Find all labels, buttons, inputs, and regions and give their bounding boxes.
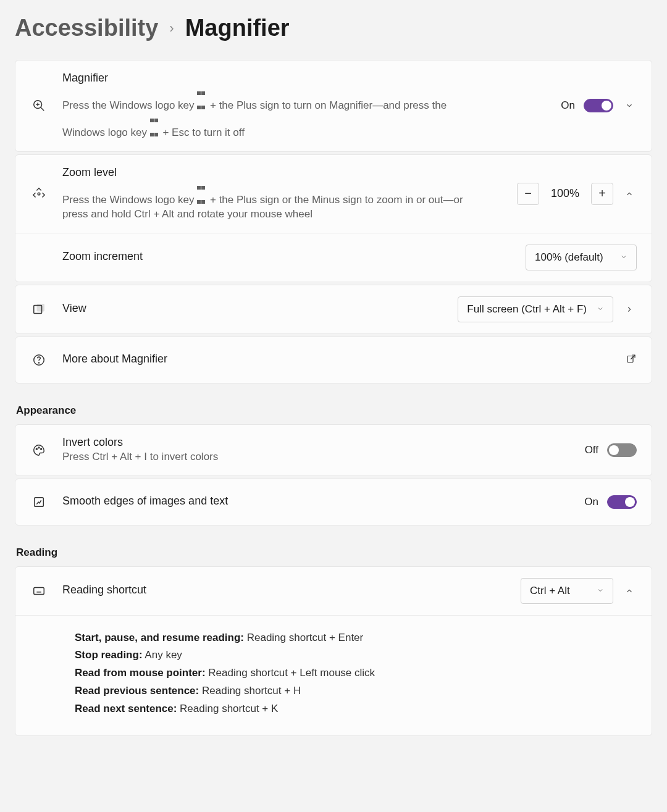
collapse-chevron[interactable] — [622, 584, 637, 598]
view-dropdown[interactable]: Full screen (Ctrl + Alt + F) — [458, 296, 613, 322]
magnifier-toggle[interactable] — [584, 99, 613, 112]
chevron-down-icon — [597, 585, 604, 597]
zoom-increment-value: 100% (default) — [535, 251, 603, 264]
smooth-state: On — [584, 496, 598, 508]
magnifier-icon — [30, 99, 48, 112]
chevron-down-icon — [620, 251, 627, 264]
reading-shortcut-dropdown[interactable]: Ctrl + Alt — [521, 578, 613, 604]
reading-shortcut-title: Reading shortcut — [62, 584, 506, 596]
keyboard-icon — [30, 584, 48, 598]
shortcut-start-label: Start, pause, and resume reading: — [75, 632, 244, 643]
appearance-section-title: Appearance — [16, 404, 652, 417]
chevron-right-icon: › — [169, 20, 174, 36]
more-row[interactable]: More about Magnifier — [15, 337, 652, 383]
magnifier-desc: Press the Windows logo key + the Plus si… — [62, 86, 482, 140]
windows-key-icon — [197, 86, 207, 96]
external-link-icon — [626, 353, 637, 366]
svg-point-11 — [38, 446, 40, 448]
shortcut-next-label: Read next sentence: — [75, 703, 177, 714]
windows-key-icon — [150, 113, 160, 123]
magnifier-card: Magnifier Press the Windows logo key + t… — [15, 60, 652, 152]
zoom-increment-title: Zoom increment — [62, 250, 511, 263]
invert-toggle[interactable] — [607, 443, 637, 457]
more-title: More about Magnifier — [62, 353, 611, 366]
invert-title: Invert colors — [62, 436, 570, 449]
shortcut-list: Start, pause, and resume reading: Readin… — [15, 615, 652, 735]
zoom-increase-button[interactable]: + — [591, 183, 613, 205]
zoom-increment-row: Zoom increment 100% (default) — [15, 233, 652, 282]
view-value: Full screen (Ctrl + Alt + F) — [467, 303, 587, 316]
invert-state: Off — [585, 444, 598, 456]
invert-row: Invert colors Press Ctrl + Alt + I to in… — [15, 425, 652, 475]
smooth-icon — [30, 495, 48, 509]
view-title: View — [62, 302, 443, 315]
reading-shortcut-row: Reading shortcut Ctrl + Alt — [15, 567, 652, 615]
shortcut-prev-label: Read previous sentence: — [75, 685, 199, 697]
invert-card: Invert colors Press Ctrl + Alt + I to in… — [15, 424, 652, 476]
more-card: More about Magnifier — [15, 337, 652, 383]
expand-chevron[interactable] — [622, 302, 637, 317]
shortcut-stop-label: Stop reading: — [75, 649, 143, 661]
svg-point-12 — [41, 448, 42, 450]
zoom-level-desc: Press the Windows logo key + the Plus si… — [62, 180, 482, 222]
magnifier-title: Magnifier — [62, 72, 546, 85]
magnifier-row[interactable]: Magnifier Press the Windows logo key + t… — [15, 61, 652, 151]
collapse-chevron[interactable] — [622, 186, 637, 201]
shortcut-stop-value: Any key — [145, 649, 182, 661]
smooth-toggle[interactable] — [607, 495, 637, 509]
zoom-stepper: − 100% + — [517, 183, 613, 205]
view-row[interactable]: View Full screen (Ctrl + Alt + F) — [15, 285, 652, 333]
magnifier-state: On — [561, 99, 575, 112]
svg-point-8 — [38, 362, 39, 363]
smooth-row: Smooth edges of images and text On — [15, 479, 652, 525]
breadcrumb: Accessibility › Magnifier — [15, 15, 652, 41]
zoom-decrease-button[interactable]: − — [517, 183, 539, 205]
shortcut-mouse-value: Reading shortcut + Left mouse click — [208, 667, 375, 679]
shortcut-next-value: Reading shortcut + K — [180, 703, 278, 714]
shortcut-mouse-label: Read from mouse pointer: — [75, 667, 206, 679]
shortcut-start-value: Reading shortcut + Enter — [247, 632, 364, 643]
svg-point-10 — [36, 448, 37, 450]
invert-desc: Press Ctrl + Alt + I to invert colors — [62, 450, 482, 464]
zoom-level-title: Zoom level — [62, 166, 502, 179]
zoom-level-row: Zoom level Press the Windows logo key + … — [15, 155, 652, 233]
palette-icon — [30, 443, 48, 457]
shortcut-prev-value: Reading shortcut + H — [202, 685, 301, 697]
svg-rect-14 — [34, 587, 44, 594]
breadcrumb-parent[interactable]: Accessibility — [15, 15, 158, 41]
windows-key-icon — [197, 180, 207, 190]
view-icon — [30, 303, 48, 316]
svg-rect-6 — [37, 304, 44, 311]
page-title: Magnifier — [185, 15, 290, 41]
smooth-card: Smooth edges of images and text On — [15, 479, 652, 525]
reading-shortcut-value: Ctrl + Alt — [530, 585, 570, 597]
help-icon — [30, 353, 48, 367]
zoom-card: Zoom level Press the Windows logo key + … — [15, 154, 652, 282]
view-card: View Full screen (Ctrl + Alt + F) — [15, 285, 652, 334]
zoom-level-icon — [30, 187, 48, 201]
expand-chevron[interactable] — [622, 98, 637, 113]
reading-section-title: Reading — [16, 546, 652, 559]
smooth-title: Smooth edges of images and text — [62, 495, 569, 508]
svg-point-4 — [38, 193, 40, 195]
svg-rect-9 — [627, 356, 633, 363]
reading-card: Reading shortcut Ctrl + Alt Start, pause… — [15, 566, 652, 736]
zoom-increment-dropdown[interactable]: 100% (default) — [526, 245, 637, 270]
zoom-value: 100% — [547, 187, 584, 200]
chevron-down-icon — [597, 303, 604, 316]
svg-line-1 — [41, 107, 44, 111]
